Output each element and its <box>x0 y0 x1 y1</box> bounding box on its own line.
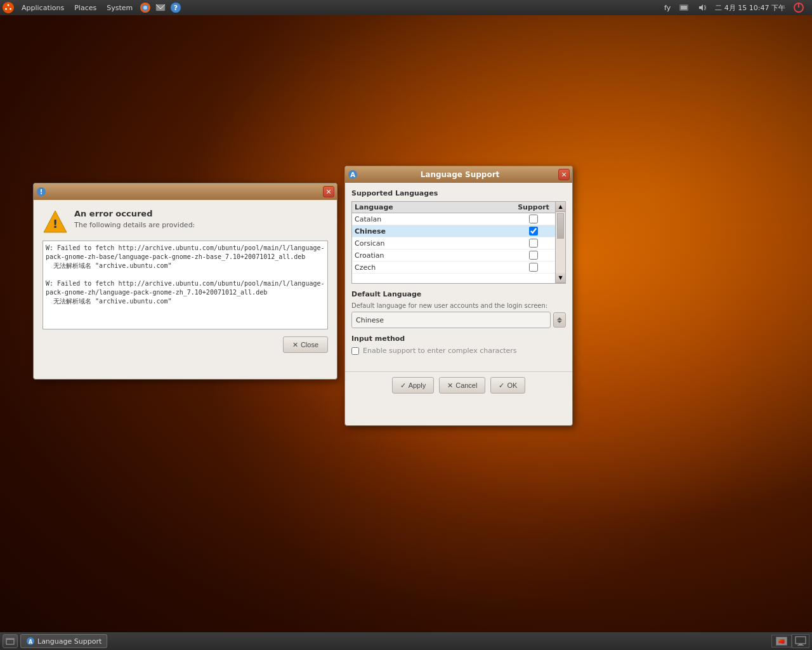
firefox-icon[interactable] <box>139 1 152 14</box>
apply-icon: ✓ <box>400 381 406 390</box>
default-lang-dropdown[interactable]: Chinese <box>351 312 551 328</box>
error-text-block: An error occured The following details a… <box>74 209 195 229</box>
bottom-panel: A Language Support 🇨🇳 <box>0 632 812 650</box>
places-menu[interactable]: Places <box>69 0 102 15</box>
monitor-icon[interactable] <box>792 634 809 648</box>
error-dialog-titlebar[interactable]: ! ✕ <box>34 183 337 200</box>
error-close-button[interactable]: ✕ Close <box>283 336 328 353</box>
croatian-checkbox[interactable] <box>529 251 538 260</box>
system-menu[interactable]: System <box>102 0 138 15</box>
default-lang-desc: Default language for new user accounts a… <box>351 302 566 309</box>
corsican-checkbox[interactable] <box>529 239 538 248</box>
svg-marker-12 <box>699 4 703 11</box>
svg-text:): ) <box>705 5 707 11</box>
spinner-down-icon <box>557 321 562 323</box>
input-method-checkbox[interactable] <box>351 347 359 355</box>
list-item[interactable]: Catalan <box>352 213 555 225</box>
lang-name: Czech <box>355 263 514 272</box>
default-lang-spinner[interactable] <box>553 312 566 328</box>
lang-checkbox[interactable] <box>514 215 553 223</box>
show-desktop-icon <box>6 637 15 646</box>
input-method-label: Input method <box>351 335 566 343</box>
error-details-textbox[interactable]: W: Failed to fetch http://archive.ubuntu… <box>43 241 328 329</box>
lang-list-scrollbar[interactable]: ▲ ▼ <box>555 202 565 283</box>
show-desktop-button[interactable] <box>3 634 18 648</box>
catalan-checkbox[interactable] <box>529 215 538 223</box>
svg-rect-11 <box>681 6 687 10</box>
language-support-taskbar[interactable]: A Language Support <box>20 634 107 648</box>
lang-checkbox[interactable] <box>514 263 553 272</box>
list-item[interactable]: Chinese <box>352 225 555 237</box>
czech-checkbox[interactable] <box>529 263 538 272</box>
svg-text:!: ! <box>53 217 58 230</box>
scroll-up-button[interactable]: ▲ <box>556 202 565 212</box>
svg-text:A: A <box>350 171 355 178</box>
col-language-header: Language <box>355 203 514 211</box>
svg-point-2 <box>5 8 7 10</box>
email-icon[interactable] <box>154 1 167 14</box>
language-support-window: A Language Support ✕ Supported Languages… <box>344 166 573 426</box>
lang-checkbox[interactable] <box>514 227 553 235</box>
ok-label: OK <box>507 381 517 389</box>
lang-name: Catalan <box>355 215 514 223</box>
taskbar-item-label: Language Support <box>37 637 102 646</box>
default-lang-dropdown-container: Chinese <box>351 312 566 328</box>
warning-triangle-icon: ! <box>43 209 68 234</box>
error-dialog-icon: ! <box>36 187 46 197</box>
default-lang-value: Chinese <box>356 316 384 324</box>
error-dialog-close-button[interactable]: ✕ <box>323 186 334 197</box>
col-support-header: Support <box>514 203 553 211</box>
svg-rect-27 <box>796 637 806 644</box>
list-item[interactable]: Corsican <box>352 237 555 249</box>
language-list-inner: Language Support Catalan Chinese <box>352 202 555 274</box>
scroll-thumb[interactable] <box>557 213 564 239</box>
svg-rect-24 <box>6 639 14 640</box>
lang-name: Croatian <box>355 251 514 260</box>
lang-support-window-icon: A <box>348 169 358 180</box>
svg-text:?: ? <box>174 4 178 12</box>
lang-name-chinese: Chinese <box>355 227 514 235</box>
error-dialog-buttons: ✕ Close <box>43 331 328 353</box>
lang-support-title: Language Support <box>362 170 558 179</box>
svg-point-1 <box>8 4 10 6</box>
network-icon[interactable] <box>676 0 692 15</box>
input-method-row: Enable support to enter complex characte… <box>351 347 566 355</box>
supported-languages-label: Supported Languages <box>351 189 566 197</box>
lang-list-header: Language Support <box>352 202 555 213</box>
error-title: An error occured <box>74 209 195 218</box>
apply-button[interactable]: ✓ Apply <box>392 377 435 394</box>
language-list-container: Language Support Catalan Chinese <box>351 201 566 284</box>
chinese-checkbox[interactable] <box>529 227 538 235</box>
lang-checkbox[interactable] <box>514 251 553 260</box>
keyboard-layout-indicator[interactable]: 🇨🇳 <box>771 635 792 647</box>
cancel-icon: ✕ <box>447 381 453 390</box>
scroll-down-button[interactable]: ▼ <box>556 273 565 283</box>
input-method-section: Input method Enable support to enter com… <box>351 335 566 355</box>
help-icon[interactable]: ? <box>169 1 182 14</box>
lang-support-close-button[interactable]: ✕ <box>558 169 570 180</box>
monitor-display-icon <box>795 636 806 646</box>
panel-left: Applications Places System <box>3 0 183 15</box>
lang-name: Corsican <box>355 239 514 248</box>
default-language-section: Default Language Default language for ne… <box>351 290 566 328</box>
ok-button[interactable]: ✓ OK <box>490 377 525 394</box>
svg-rect-16 <box>798 3 799 8</box>
cancel-button[interactable]: ✕ Cancel <box>439 377 485 394</box>
error-dialog-window: ! ✕ ! An error occured The following det… <box>33 183 337 380</box>
applications-menu[interactable]: Applications <box>16 0 69 15</box>
lang-support-titlebar[interactable]: A Language Support ✕ <box>345 166 572 183</box>
list-item[interactable]: Czech <box>352 262 555 274</box>
ok-icon: ✓ <box>499 381 504 390</box>
lang-checkbox[interactable] <box>514 239 553 248</box>
taskbar-app-icon: A <box>26 637 35 646</box>
keyboard-flag-icon: 🇨🇳 <box>776 637 787 646</box>
svg-point-6 <box>143 6 147 10</box>
bottom-right: 🇨🇳 <box>771 634 809 648</box>
datetime-label[interactable]: 二 4月 15 10:47 下午 <box>712 0 788 15</box>
svg-text:A: A <box>29 639 33 645</box>
error-content: ! An error occured The following details… <box>34 200 337 362</box>
list-item[interactable]: Croatian <box>352 249 555 262</box>
volume-icon[interactable]: ) ) <box>695 0 710 15</box>
power-icon[interactable] <box>790 0 807 15</box>
close-btn-icon: ✕ <box>292 341 298 349</box>
